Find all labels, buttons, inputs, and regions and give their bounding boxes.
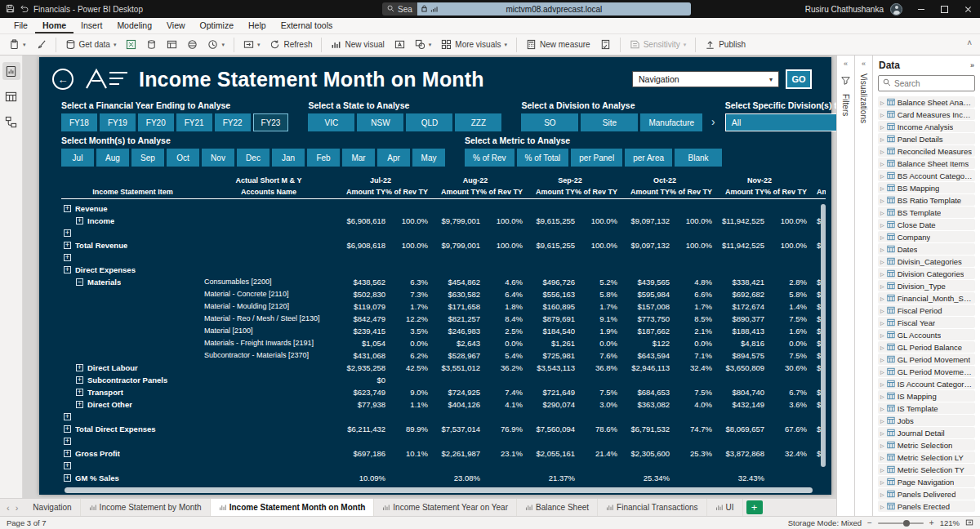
ribbon-recent-sources[interactable]: ▾ [203, 36, 229, 54]
page-tab-income-statement-month-on-month[interactable]: Income Statement Month on Month [211, 499, 375, 516]
expand-icon[interactable]: + [64, 242, 71, 249]
ribbon-dataverse[interactable] [183, 36, 202, 54]
vertical-scrollbar[interactable] [821, 204, 826, 467]
save-icon[interactable] [6, 4, 15, 15]
filter-option-per-area[interactable]: per Area [625, 149, 672, 167]
data-table-item-metric-selection-ty[interactable]: ▷Metric Selection TY [878, 464, 975, 475]
close-button[interactable] [956, 0, 980, 18]
ribbon-enter-data[interactable] [163, 36, 181, 54]
expand-icon[interactable]: + [64, 450, 71, 457]
data-table-item-fiscal-year[interactable]: ▷Fiscal Year [878, 317, 975, 328]
data-search-input[interactable]: Search [878, 75, 975, 91]
expand-pane-icon[interactable]: « [862, 60, 866, 68]
expand-icon[interactable]: + [76, 376, 83, 384]
data-table-item-is-mapping[interactable]: ▷IS Mapping [878, 390, 975, 402]
page-tab-financial-transactions[interactable]: Financial Transactions [598, 499, 707, 516]
filter-option-blank[interactable]: Blank [675, 149, 722, 167]
ribbon-sql-server[interactable] [142, 36, 161, 54]
data-table-item-divisin-categories[interactable]: ▷Divisin_Categories [878, 256, 975, 267]
expand-icon[interactable]: + [64, 205, 71, 212]
menu-home[interactable]: Home [35, 18, 74, 33]
filter-option-aug[interactable]: Aug [96, 149, 129, 167]
collapse-icon[interactable]: − [76, 278, 83, 286]
ribbon-format-painter[interactable] [32, 36, 51, 54]
filters-pane-collapsed[interactable]: « Filters [836, 56, 854, 516]
filter-option-oct[interactable]: Oct [167, 149, 199, 167]
data-table-item-fiscal-period[interactable]: ▷Fiscal Period [878, 305, 975, 316]
data-table-item-panels-erected[interactable]: ▷Panels Erected [878, 500, 975, 512]
tab-next-icon[interactable]: › [16, 503, 19, 513]
filter-option-of-total[interactable]: % of Total [517, 149, 569, 167]
model-view-button[interactable] [2, 113, 20, 131]
data-table-item-bs-mapping[interactable]: ▷BS Mapping [878, 182, 975, 193]
zoom-knob[interactable] [903, 520, 910, 527]
zoom-slider[interactable] [878, 522, 924, 524]
expand-icon[interactable]: + [64, 229, 71, 237]
minimize-button[interactable] [909, 0, 933, 18]
data-table-item-is-account-categories[interactable]: ▷IS Account Categories [878, 378, 975, 389]
filter-option-nov[interactable]: Nov [202, 149, 234, 167]
navigation-dropdown[interactable]: Navigation ▾ [632, 71, 779, 87]
data-table-item-gl-accounts[interactable]: ▷GL Accounts [878, 329, 975, 340]
filter-option-sep[interactable]: Sep [131, 149, 164, 167]
expand-pane-icon[interactable]: « [844, 60, 848, 68]
data-table-item-gl-period-movement[interactable]: ▷GL Period Movement [878, 353, 975, 365]
page-tab-balance-sheet[interactable]: Balance Sheet [517, 499, 598, 516]
ribbon-shapes[interactable]: ▾ [411, 36, 436, 54]
menu-insert[interactable]: Insert [74, 18, 109, 33]
expand-icon[interactable]: + [64, 462, 71, 469]
back-button[interactable]: ← [52, 69, 74, 90]
tab-prev-icon[interactable]: ‹ [7, 503, 10, 513]
specific-division-dropdown[interactable]: All▾ [725, 113, 836, 131]
filter-option-site[interactable]: Site [581, 113, 638, 131]
expand-icon[interactable]: + [64, 438, 71, 445]
data-table-item-is-template[interactable]: ▷IS Template [878, 402, 975, 414]
filter-option-fy23[interactable]: FY23 [253, 113, 289, 131]
filter-option-nsw[interactable]: NSW [357, 113, 403, 131]
data-table-item-division-categories[interactable]: ▷Division Categories [878, 268, 975, 279]
data-table-item-bs-ratio-template[interactable]: ▷BS Ratio Template [878, 194, 975, 206]
expand-icon[interactable]: + [64, 425, 71, 433]
data-table-item-income-analysis[interactable]: ▷Income Analysis [878, 121, 975, 132]
data-table-item-card-measures-incom[interactable]: ▷Card Measures Incom... [878, 109, 975, 120]
data-table-item-bs-template[interactable]: ▷BS Template [878, 207, 975, 218]
data-table-item-panels-delivered[interactable]: ▷Panels Delivered [878, 488, 975, 500]
maximize-button[interactable] [933, 0, 956, 18]
page-tab-navigation[interactable]: Navigation [24, 499, 80, 516]
filter-option-fy22[interactable]: FY22 [215, 113, 251, 131]
filter-option-fy19[interactable]: FY19 [100, 113, 136, 131]
filter-option-dec[interactable]: Dec [237, 149, 270, 167]
ribbon-publish[interactable]: Publish [701, 36, 750, 54]
data-table-item-gl-period-balance[interactable]: ▷GL Period Balance [878, 341, 975, 353]
ribbon-new-measure[interactable]: New measure [522, 36, 595, 54]
data-table-item-bs-account-categories[interactable]: ▷BS Account Categories [878, 170, 975, 181]
data-table-item-metric-selection[interactable]: ▷Metric Selection [878, 439, 975, 451]
filter-option-so[interactable]: SO [521, 113, 578, 131]
chevron-right-icon[interactable]: › [711, 115, 715, 128]
data-table-item-close-date[interactable]: ▷Close Date [878, 219, 975, 230]
signed-in-user[interactable]: Rusiru Chathushanka [805, 5, 884, 14]
page-tab-ui[interactable]: UI [707, 499, 743, 516]
ribbon-text-box[interactable] [390, 36, 409, 54]
filter-option-vic[interactable]: VIC [308, 113, 354, 131]
expand-icon[interactable]: + [76, 389, 83, 396]
filter-option-of-rev[interactable]: % of Rev [465, 149, 514, 167]
expand-icon[interactable]: + [64, 413, 71, 420]
visualizations-pane-collapsed[interactable]: « Visualizations [854, 56, 872, 516]
filter-option-fy20[interactable]: FY20 [138, 113, 174, 131]
zoom-in-icon[interactable]: + [929, 518, 934, 527]
expand-icon[interactable]: + [76, 364, 83, 371]
expand-icon[interactable]: + [64, 254, 71, 261]
go-button[interactable]: GO [786, 69, 812, 89]
data-table-item-metric-selection-ly[interactable]: ▷Metric Selection LY [878, 451, 975, 463]
data-table-item-financial-month-sort[interactable]: ▷Financial_Month_Sort [878, 292, 975, 304]
data-table-item-panel-details[interactable]: ▷Panel Details [878, 133, 975, 144]
expand-icon[interactable]: + [76, 217, 83, 224]
data-table-item-page-navigation[interactable]: ▷Page Navigation [878, 476, 975, 487]
ribbon-new-visual[interactable]: New visual [327, 36, 388, 54]
ribbon-more-visuals[interactable]: More visuals▾ [437, 36, 511, 54]
collapse-pane-icon[interactable]: » [970, 61, 974, 69]
report-view-button[interactable] [2, 62, 20, 80]
menu-optimize[interactable]: Optimize [193, 18, 241, 33]
filter-option-jan[interactable]: Jan [272, 149, 305, 167]
